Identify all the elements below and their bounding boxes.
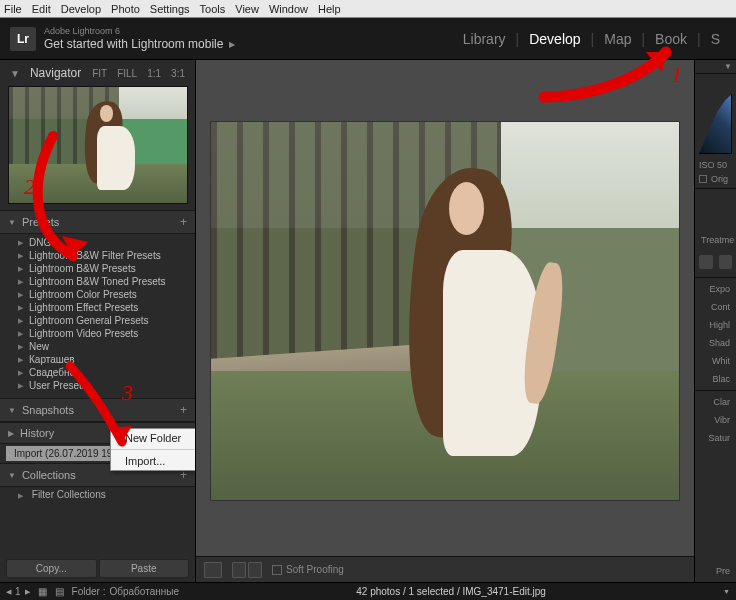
slider-label: Whit <box>695 352 736 370</box>
preset-folder[interactable]: ▶Lightroom Effect Presets <box>4 301 195 314</box>
module-book[interactable]: Book <box>649 29 693 49</box>
module-map[interactable]: Map <box>598 29 637 49</box>
app-header: Lr Adobe Lightroom 6 Get started with Li… <box>0 18 736 60</box>
preset-folder[interactable]: ▶Lightroom Color Presets <box>4 288 195 301</box>
collections-title: Collections <box>22 469 76 481</box>
preset-folder[interactable]: ▶Свадебне <box>4 366 195 379</box>
preset-folder[interactable]: ▶Lightroom B&W Presets <box>4 262 195 275</box>
histogram[interactable] <box>699 94 732 154</box>
main-photo <box>210 121 680 501</box>
preset-folder[interactable]: ▶Lightroom B&W Filter Presets <box>4 249 195 262</box>
folder-label: Folder : <box>72 586 106 597</box>
module-more[interactable]: S <box>705 29 726 49</box>
menu-photo[interactable]: Photo <box>111 3 140 15</box>
original-checkbox[interactable] <box>699 175 707 183</box>
presets-list: ▶DNG ▶Lightroom B&W Filter Presets ▶Ligh… <box>0 234 195 398</box>
chevron-down-icon: ▼ <box>8 218 16 227</box>
lr-logo: Lr <box>10 27 36 51</box>
module-library[interactable]: Library <box>457 29 512 49</box>
navigator-panel: ▼ Navigator FIT FILL 1:1 3:1 <box>0 60 195 210</box>
module-develop[interactable]: Develop <box>523 29 586 49</box>
slider-label: Cont <box>695 298 736 316</box>
chevron-down-icon: ▼ <box>8 471 16 480</box>
treatment-label: Treatme <box>695 231 736 249</box>
copy-button[interactable]: Copy... <box>6 559 97 578</box>
slider-label: Expo <box>695 280 736 298</box>
snapshots-panel-header[interactable]: ▼ Snapshots + <box>0 398 195 422</box>
preset-folder[interactable]: ▶User Presets <box>4 379 195 392</box>
preset-folder[interactable]: ▶Lightroom B&W Toned Presets <box>4 275 195 288</box>
center-area: Soft Proofing 1 <box>196 60 694 582</box>
app-name: Adobe Lightroom 6 <box>44 26 235 37</box>
menu-file[interactable]: File <box>4 3 22 15</box>
get-started-link[interactable]: Get started with Lightroom mobile▶ <box>44 37 235 51</box>
add-snapshot-button[interactable]: + <box>180 403 187 417</box>
history-title: History <box>20 427 54 439</box>
preset-folder[interactable]: ▶Карташев <box>4 353 195 366</box>
main-body: ▼ Navigator FIT FILL 1:1 3:1 <box>0 60 736 582</box>
selection-status: 42 photos / 1 selected / IMG_3471-Edit.j… <box>187 586 715 597</box>
module-picker: Library| Develop| Map| Book| S <box>457 29 726 49</box>
paste-button[interactable]: Paste <box>99 559 190 578</box>
slider-label: Clar <box>695 393 736 411</box>
adjust-tools <box>695 249 736 275</box>
preset-folder[interactable]: ▶Lightroom Video Presets <box>4 327 195 340</box>
chevron-right-icon: ▶ <box>8 429 14 438</box>
nav-mode-1to1[interactable]: 1:1 <box>147 68 161 79</box>
nav-mode-fit[interactable]: FIT <box>92 68 107 79</box>
slider-label: Satur <box>695 429 736 447</box>
iso-label: ISO 50 <box>695 158 736 172</box>
left-panel: ▼ Navigator FIT FILL 1:1 3:1 <box>0 60 196 582</box>
menu-window[interactable]: Window <box>269 3 308 15</box>
menu-view[interactable]: View <box>235 3 259 15</box>
add-preset-button[interactable]: + <box>180 215 187 229</box>
preset-folder[interactable]: ▶New <box>4 340 195 353</box>
menu-tools[interactable]: Tools <box>200 3 226 15</box>
prev-page-icon[interactable]: ◀ <box>6 588 11 596</box>
chevron-right-icon: ▶ <box>229 40 235 49</box>
chevron-down-icon[interactable]: ▼ <box>723 588 730 595</box>
soft-proof-label: Soft Proofing <box>286 564 344 575</box>
nav-mode-fill[interactable]: FILL <box>117 68 137 79</box>
loupe-view-icon[interactable] <box>204 562 222 578</box>
original-label: Orig <box>711 174 728 184</box>
right-panel: ▼ ISO 50 Orig Treatme Expo Cont Highl Sh… <box>694 60 736 582</box>
slider-label: Blac <box>695 370 736 388</box>
nav-mode-3to1[interactable]: 3:1 <box>171 68 185 79</box>
chevron-down-icon: ▼ <box>8 406 16 415</box>
crop-tool-icon[interactable] <box>699 255 713 269</box>
navigator-title: Navigator <box>30 66 81 80</box>
context-import[interactable]: Import... <box>111 452 195 470</box>
grid-view-icon[interactable]: ▦ <box>38 586 47 597</box>
chevron-down-icon[interactable]: ▼ <box>10 68 20 79</box>
filter-collections-label[interactable]: Filter Collections <box>32 489 106 500</box>
navigator-thumbnail[interactable] <box>8 86 188 204</box>
before-after-icon[interactable] <box>232 562 246 578</box>
loupe-toolbar: Soft Proofing <box>196 556 694 582</box>
before-after-split-icon[interactable] <box>248 562 262 578</box>
soft-proof-checkbox[interactable] <box>272 565 282 575</box>
next-page-icon[interactable]: ▶ <box>25 588 30 596</box>
presets-panel-header[interactable]: ▼ Presets + <box>0 210 195 234</box>
folder-name: Обработанные <box>109 586 179 597</box>
presets-title: Presets <box>22 216 59 228</box>
status-bar: ◀ 1 ▶ ▦ ▤ Folder : Обработанные 42 photo… <box>0 582 736 600</box>
menu-help[interactable]: Help <box>318 3 341 15</box>
context-new-folder[interactable]: New Folder <box>111 429 195 447</box>
image-canvas[interactable] <box>196 60 694 556</box>
chevron-down-icon[interactable]: ▼ <box>724 62 732 71</box>
preset-folder[interactable]: ▶DNG <box>4 236 195 249</box>
os-menu-bar: File Edit Develop Photo Settings Tools V… <box>0 0 736 18</box>
copy-paste-bar: Copy... Paste <box>0 555 195 582</box>
spot-tool-icon[interactable] <box>719 255 733 269</box>
menu-settings[interactable]: Settings <box>150 3 190 15</box>
slider-label: Highl <box>695 316 736 334</box>
menu-develop[interactable]: Develop <box>61 3 101 15</box>
sort-icon[interactable]: ▤ <box>55 586 64 597</box>
preset-folder[interactable]: ▶Lightroom General Presets <box>4 314 195 327</box>
previous-button[interactable]: Pre <box>695 564 736 578</box>
menu-edit[interactable]: Edit <box>32 3 51 15</box>
slider-label: Shad <box>695 334 736 352</box>
snapshots-title: Snapshots <box>22 404 74 416</box>
preset-context-menu: New Folder Import... <box>110 428 196 471</box>
